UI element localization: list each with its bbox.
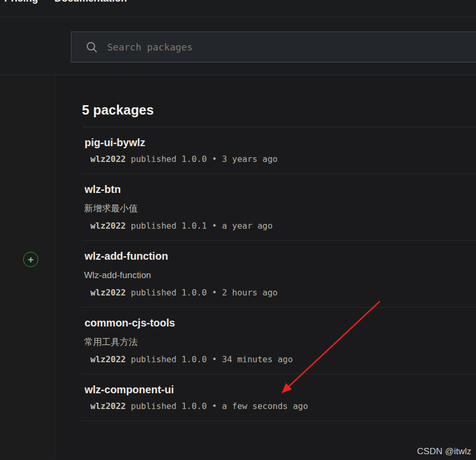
publish-time: a few seconds ago xyxy=(222,401,308,411)
publish-time: 3 years ago xyxy=(222,154,278,164)
package-row: wlz-btn 新增求最小值 wlz2022 published 1.0.1 •… xyxy=(82,174,476,241)
content-area: + 5 packages pig-ui-bywlz wlz2022 publis… xyxy=(0,75,476,459)
package-row: wlz-add-function Wlz-add-function wlz202… xyxy=(82,241,476,308)
packages-count-heading: 5 packages xyxy=(82,103,476,118)
package-version: 1.0.0 xyxy=(181,288,206,298)
package-version: 1.0.0 xyxy=(181,154,206,164)
search-section xyxy=(0,17,476,75)
package-version: 1.0.1 xyxy=(181,221,206,231)
top-navigation-bar: Pricing Documentation xyxy=(0,0,476,17)
package-description: Wlz-add-function xyxy=(84,269,476,282)
package-row: wlz-component-ui wlz2022 published 1.0.0… xyxy=(82,374,476,421)
package-name-link[interactable]: common-cjs-tools xyxy=(85,317,175,329)
package-meta: wlz2022 published 1.0.0 • 3 years ago xyxy=(90,153,476,165)
published-label: published xyxy=(131,221,177,231)
published-label: published xyxy=(131,288,177,298)
package-name-link[interactable]: wlz-add-function xyxy=(85,250,168,262)
package-row: common-cjs-tools 常用工具方法 wlz2022 publishe… xyxy=(82,308,476,374)
published-label: published xyxy=(131,401,177,411)
package-name-link[interactable]: wlz-component-ui xyxy=(85,384,174,396)
meta-separator: • xyxy=(212,154,217,164)
top-nav: Pricing Documentation xyxy=(4,0,127,4)
add-package-button[interactable]: + xyxy=(23,252,38,267)
package-description: 新增求最小值 xyxy=(84,202,476,216)
publisher-name[interactable]: wlz2022 xyxy=(90,288,126,298)
search-box[interactable] xyxy=(71,32,476,63)
publish-time: 2 hours ago xyxy=(222,288,278,298)
published-label: published xyxy=(131,154,177,164)
package-row: pig-ui-bywlz wlz2022 published 1.0.0 • 3… xyxy=(82,127,476,174)
meta-separator: • xyxy=(212,221,217,231)
publisher-name[interactable]: wlz2022 xyxy=(90,154,126,164)
package-meta: wlz2022 published 1.0.0 • 34 minutes ago xyxy=(90,353,476,365)
publisher-name[interactable]: wlz2022 xyxy=(90,354,126,364)
publisher-name[interactable]: wlz2022 xyxy=(90,221,126,231)
left-sidebar: + xyxy=(0,75,55,459)
nav-item-documentation[interactable]: Documentation xyxy=(54,0,127,4)
publish-time: a year ago xyxy=(222,221,273,231)
publisher-name[interactable]: wlz2022 xyxy=(90,401,126,411)
meta-separator: • xyxy=(212,354,217,364)
meta-separator: • xyxy=(212,401,217,411)
package-description: 常用工具方法 xyxy=(84,335,476,349)
package-name-link[interactable]: wlz-btn xyxy=(85,183,121,196)
package-meta: wlz2022 published 1.0.1 • a year ago xyxy=(90,220,476,232)
search-icon xyxy=(86,41,98,54)
package-version: 1.0.0 xyxy=(181,401,206,411)
search-input[interactable] xyxy=(107,32,476,62)
package-version: 1.0.0 xyxy=(181,354,206,364)
package-name-link[interactable]: pig-ui-bywlz xyxy=(85,137,146,149)
watermark: CSDN @itwlz xyxy=(417,446,471,457)
publish-time: 34 minutes ago xyxy=(222,354,293,364)
meta-separator: • xyxy=(212,288,217,298)
published-label: published xyxy=(131,354,177,364)
packages-panel: 5 packages pig-ui-bywlz wlz2022 publishe… xyxy=(55,75,476,459)
package-meta: wlz2022 published 1.0.0 • a few seconds … xyxy=(90,400,476,412)
nav-item-pricing[interactable]: Pricing xyxy=(4,0,38,4)
package-meta: wlz2022 published 1.0.0 • 2 hours ago xyxy=(90,287,476,299)
